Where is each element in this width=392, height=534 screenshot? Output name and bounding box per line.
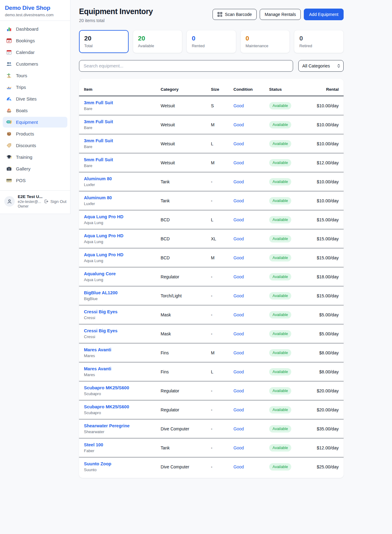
customers-icon (6, 61, 12, 67)
condition-link[interactable]: Good (233, 350, 244, 355)
logout-icon (44, 199, 49, 204)
stat-card-retired[interactable]: 0 Retired (294, 30, 344, 53)
table-row: 3mm Full Suit Bare Wetsuit L Good Availa… (79, 134, 344, 153)
item-link[interactable]: Steel 100 (84, 442, 151, 447)
sidebar-item-pos[interactable]: POS (3, 175, 67, 186)
sidebar: Demo Dive Shop demo.test.divestreams.com… (0, 0, 70, 214)
condition-link[interactable]: Good (233, 255, 244, 260)
item-rental: $10.00/day (311, 115, 344, 134)
item-size: - (206, 457, 228, 476)
stat-label: Available (138, 44, 177, 48)
sidebar-item-tours[interactable]: Tours (3, 70, 67, 81)
item-link[interactable]: Aqua Lung Pro HD (84, 214, 151, 219)
status-badge: Available (269, 463, 292, 471)
status-badge: Available (269, 349, 292, 357)
status-badge: Available (269, 178, 292, 185)
add-equipment-button[interactable]: Add Equipment (304, 9, 344, 20)
sidebar-item-dashboard[interactable]: Dashboard (3, 24, 67, 34)
sidebar-item-label: Gallery (16, 166, 31, 171)
condition-link[interactable]: Good (233, 198, 244, 203)
status-badge: Available (269, 444, 292, 452)
category-select[interactable]: All Categories (298, 60, 344, 72)
table-row: Cressi Big Eyes Cressi Mask - Good Avail… (79, 324, 344, 343)
col-header-rental: Rental (311, 79, 344, 96)
condition-link[interactable]: Good (233, 236, 244, 241)
scan-barcode-button[interactable]: Scan Barcode (213, 9, 257, 20)
condition-link[interactable]: Good (233, 141, 244, 146)
item-link[interactable]: Shearwater Peregrine (84, 423, 151, 428)
item-rental: $25.00/day (311, 457, 344, 476)
table-row: Aluminum 80 Luxfer Tank - Good Available… (79, 191, 344, 210)
sidebar-item-discounts[interactable]: Discounts (3, 140, 67, 151)
condition-link[interactable]: Good (233, 388, 244, 393)
pos-icon (6, 177, 12, 183)
sidebar-item-products[interactable]: Products (3, 128, 67, 139)
item-link[interactable]: BigBlue AL1200 (84, 290, 151, 295)
item-link[interactable]: Aluminum 80 (84, 176, 151, 181)
sidebar-item-trips[interactable]: Trips (3, 82, 67, 93)
condition-link[interactable]: Good (233, 274, 244, 279)
item-link[interactable]: 3mm Full Suit (84, 119, 151, 124)
item-link[interactable]: Scubapro MK25/S600 (84, 385, 151, 390)
condition-link[interactable]: Good (233, 464, 244, 469)
stat-card-available[interactable]: 20 Available (133, 30, 183, 53)
stat-value: 20 (84, 35, 123, 42)
sidebar-item-label: Dive Sites (16, 96, 37, 101)
condition-link[interactable]: Good (233, 293, 244, 298)
item-link[interactable]: 5mm Full Suit (84, 157, 151, 162)
item-link[interactable]: Mares Avanti (84, 347, 151, 352)
item-link[interactable]: Cressi Big Eyes (84, 328, 151, 333)
manage-rentals-button[interactable]: Manage Rentals (260, 9, 301, 20)
item-link[interactable]: Suunto Zoop (84, 461, 151, 466)
condition-link[interactable]: Good (233, 160, 244, 165)
sidebar-item-bookings[interactable]: 17 Bookings (3, 35, 67, 46)
item-rental: $15.00/day (311, 248, 344, 267)
condition-link[interactable]: Good (233, 407, 244, 412)
item-link[interactable]: Aqualung Core (84, 271, 151, 276)
condition-link[interactable]: Good (233, 179, 244, 184)
search-input[interactable] (79, 60, 293, 72)
condition-link[interactable]: Good (233, 331, 244, 336)
item-rental: $15.00/day (311, 210, 344, 229)
brand-title[interactable]: Demo Dive Shop (5, 5, 65, 11)
equipment-table-card: Item Category Size Condition Status Rent… (79, 79, 344, 478)
sidebar-item-gallery[interactable]: Gallery (3, 163, 67, 174)
item-link[interactable]: Scubapro MK25/S600 (84, 404, 151, 409)
condition-link[interactable]: Good (233, 312, 244, 317)
status-badge: Available (269, 102, 292, 109)
item-link[interactable]: Cressi Big Eyes (84, 309, 151, 314)
condition-link[interactable]: Good (233, 445, 244, 450)
item-link[interactable]: Aqua Lung Pro HD (84, 252, 151, 257)
condition-link[interactable]: Good (233, 426, 244, 431)
sidebar-item-training[interactable]: Training (3, 152, 67, 162)
item-link[interactable]: Mares Avanti (84, 366, 151, 371)
condition-link[interactable]: Good (233, 103, 244, 108)
item-rental: $8.00/day (311, 343, 344, 362)
stat-card-maintenance[interactable]: 0 Maintenance (240, 30, 290, 53)
sidebar-item-customers[interactable]: Customers (3, 59, 67, 69)
stat-card-total[interactable]: 20 Total (79, 30, 129, 53)
item-size: M (206, 115, 228, 134)
condition-link[interactable]: Good (233, 217, 244, 222)
item-link[interactable]: Aluminum 80 (84, 195, 151, 200)
item-category: Regulator (156, 381, 206, 400)
sidebar-item-equipment[interactable]: Equipment (3, 117, 67, 128)
scan-barcode-label: Scan Barcode (225, 12, 252, 17)
sidebar-item-boats[interactable]: Boats (3, 105, 67, 116)
sidebar-item-dive-sites[interactable]: Dive Sites (3, 93, 67, 104)
item-rental: $10.00/day (311, 191, 344, 210)
condition-link[interactable]: Good (233, 122, 244, 127)
user-role: Owner (18, 204, 41, 209)
item-link[interactable]: Aqua Lung Pro HD (84, 233, 151, 238)
item-category: Regulator (156, 267, 206, 286)
item-link[interactable]: 3mm Full Suit (84, 100, 151, 105)
sign-out-button[interactable]: Sign Out (44, 199, 66, 204)
item-link[interactable]: 3mm Full Suit (84, 138, 151, 143)
category-select-wrap: All Categories (298, 60, 344, 72)
user-block: E2E Test U... e2e-tester@... Owner Sign … (0, 190, 70, 212)
sidebar-item-calendar[interactable]: Calendar (3, 47, 67, 58)
item-size: - (206, 438, 228, 457)
condition-link[interactable]: Good (233, 369, 244, 374)
stat-card-rented[interactable]: 0 Rented (187, 30, 236, 53)
stat-value: 0 (299, 35, 338, 42)
